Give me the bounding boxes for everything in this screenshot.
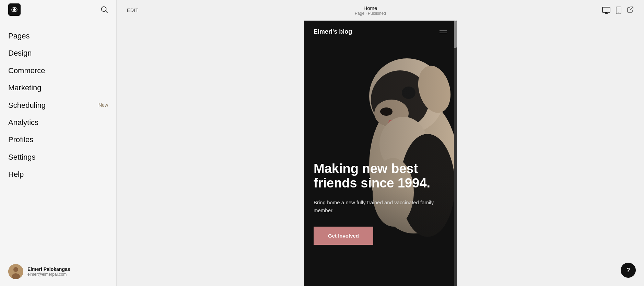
sidebar-item-profiles[interactable]: Profiles bbox=[0, 131, 116, 148]
preview-site-title: Elmeri's blog bbox=[314, 28, 352, 35]
hero-background bbox=[304, 21, 457, 286]
sidebar: Pages Design Commerce Marketing Scheduli… bbox=[0, 0, 117, 286]
new-badge: New bbox=[98, 102, 108, 108]
user-name: Elmeri Palokangas bbox=[27, 266, 70, 272]
svg-rect-26 bbox=[304, 21, 457, 286]
sidebar-item-pages[interactable]: Pages bbox=[0, 27, 116, 45]
topbar-center: Home Page · Published bbox=[355, 5, 386, 16]
preview-container: Elmeri's blog Making new best friends si… bbox=[304, 21, 457, 286]
external-link-button[interactable] bbox=[627, 6, 634, 14]
topbar: EDIT Home Page · Published bbox=[117, 0, 644, 21]
sidebar-item-marketing[interactable]: Marketing bbox=[0, 79, 116, 96]
logo[interactable] bbox=[8, 3, 21, 17]
page-subtitle: Page · Published bbox=[355, 11, 386, 16]
svg-point-11 bbox=[618, 13, 619, 13]
svg-rect-6 bbox=[602, 7, 610, 12]
preview-hero-content: Making new best friends since 1994. Brin… bbox=[314, 162, 447, 245]
sidebar-item-design[interactable]: Design bbox=[0, 45, 116, 62]
hero-subtitle: Bring home a new fully trained and vacci… bbox=[314, 199, 447, 214]
preview-scrollbar[interactable] bbox=[454, 21, 457, 286]
page-title: Home bbox=[363, 5, 377, 11]
sidebar-footer[interactable]: Elmeri Palokangas elmer@elmerpal.com bbox=[0, 257, 116, 286]
sidebar-item-analytics[interactable]: Analytics bbox=[0, 114, 116, 131]
hamburger-icon bbox=[440, 31, 447, 33]
svg-point-4 bbox=[13, 267, 18, 272]
mobile-view-button[interactable] bbox=[616, 7, 621, 14]
sidebar-item-scheduling[interactable]: Scheduling New bbox=[0, 97, 116, 114]
svg-line-12 bbox=[630, 7, 633, 10]
hero-title: Making new best friends since 1994. bbox=[314, 162, 447, 191]
search-icon[interactable] bbox=[101, 6, 108, 15]
desktop-view-button[interactable] bbox=[602, 7, 610, 14]
user-info: Elmeri Palokangas elmer@elmerpal.com bbox=[27, 266, 70, 277]
svg-line-2 bbox=[106, 11, 107, 13]
edit-button[interactable]: EDIT bbox=[127, 8, 139, 13]
main-area: EDIT Home Page · Published bbox=[117, 0, 644, 286]
sidebar-item-settings[interactable]: Settings bbox=[0, 149, 116, 166]
help-button[interactable]: ? bbox=[621, 263, 636, 278]
preview-header: Elmeri's blog bbox=[304, 21, 457, 43]
topbar-right bbox=[602, 6, 634, 14]
sidebar-nav: Pages Design Commerce Marketing Scheduli… bbox=[0, 21, 116, 257]
cta-button[interactable]: Get Involved bbox=[314, 227, 373, 245]
sidebar-top bbox=[0, 0, 116, 21]
user-email: elmer@elmerpal.com bbox=[27, 272, 70, 277]
sidebar-item-help[interactable]: Help bbox=[0, 166, 116, 183]
canvas-area: Elmeri's blog Making new best friends si… bbox=[117, 21, 644, 286]
avatar bbox=[8, 264, 23, 279]
sidebar-item-commerce[interactable]: Commerce bbox=[0, 62, 116, 79]
